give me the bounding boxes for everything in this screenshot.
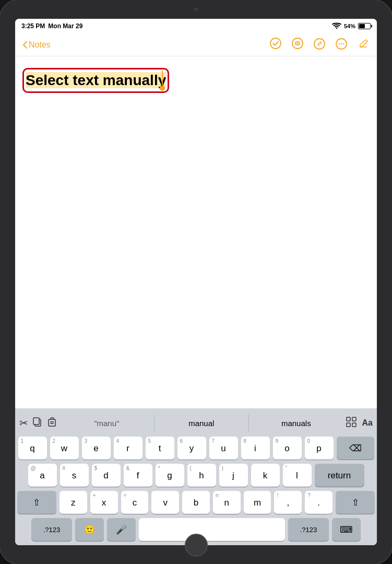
key-q[interactable]: 1 q bbox=[18, 437, 47, 460]
key-row-2: @ a # s $ d & f bbox=[17, 464, 375, 487]
svg-point-1 bbox=[292, 38, 303, 49]
autocomplete-bar: ✂ bbox=[17, 412, 375, 434]
status-left: 3:25 PM Mon Mar 29 bbox=[21, 22, 82, 30]
key-j[interactable]: ) j bbox=[219, 464, 248, 487]
status-time: 3:25 PM bbox=[21, 22, 45, 30]
svg-rect-10 bbox=[33, 418, 39, 425]
status-bar: 3:25 PM Mon Mar 29 54% bbox=[15, 19, 377, 33]
key-m[interactable]: m bbox=[244, 491, 271, 514]
svg-rect-12 bbox=[50, 421, 54, 422]
key-i[interactable]: 8 i bbox=[241, 437, 270, 460]
keyboard-rows: 1 q 2 w 3 e 4 r bbox=[17, 434, 375, 543]
note-text: Select text manually bbox=[26, 72, 166, 88]
autocomplete-left: ✂ bbox=[19, 417, 57, 430]
keyboard-area: ✂ bbox=[15, 408, 377, 545]
nav-icons bbox=[269, 37, 370, 53]
camera-icon[interactable] bbox=[291, 37, 304, 53]
cut-icon[interactable]: ✂ bbox=[19, 417, 28, 429]
copy-icon[interactable] bbox=[32, 417, 43, 430]
key-w[interactable]: 2 w bbox=[50, 437, 79, 460]
svg-rect-16 bbox=[347, 423, 350, 427]
key-period[interactable]: ? . bbox=[305, 491, 332, 514]
paste-icon[interactable] bbox=[47, 417, 57, 430]
svg-rect-11 bbox=[49, 419, 55, 426]
svg-point-7 bbox=[341, 43, 342, 44]
key-p[interactable]: 0 p bbox=[305, 437, 334, 460]
key-o[interactable]: 9 o bbox=[273, 437, 302, 460]
key-emoji[interactable]: 🙂 bbox=[75, 518, 104, 541]
back-button[interactable]: Notes bbox=[22, 40, 51, 50]
aa-button[interactable]: Aa bbox=[362, 418, 373, 428]
cursor-handle bbox=[160, 70, 165, 91]
key-backspace[interactable]: ⌫ bbox=[337, 437, 374, 460]
key-b[interactable]: b bbox=[182, 491, 210, 514]
ipad-frame: 3:25 PM Mon Mar 29 54% bbox=[0, 0, 392, 564]
home-button[interactable] bbox=[185, 534, 208, 557]
suggestion-manu[interactable]: "manu" bbox=[60, 415, 155, 432]
key-n[interactable]: n n bbox=[213, 491, 241, 514]
checkmark-icon[interactable] bbox=[269, 37, 282, 53]
svg-point-0 bbox=[270, 38, 281, 49]
key-e[interactable]: 3 e bbox=[82, 437, 111, 460]
key-l[interactable]: " l bbox=[283, 464, 312, 487]
key-y[interactable]: 6 y bbox=[177, 437, 206, 460]
key-numbers-left[interactable]: .?123 bbox=[31, 518, 72, 541]
ellipsis-icon[interactable] bbox=[335, 38, 348, 52]
battery-icon bbox=[358, 23, 371, 29]
svg-rect-15 bbox=[352, 417, 356, 421]
battery-fill bbox=[359, 24, 365, 28]
key-shift-left[interactable]: ⇧ bbox=[17, 491, 56, 514]
autocomplete-suggestions: "manu" manual manuals bbox=[60, 415, 343, 432]
svg-point-6 bbox=[339, 43, 340, 44]
autocomplete-right: Aa bbox=[346, 416, 373, 430]
suggestion-manuals[interactable]: manuals bbox=[249, 415, 343, 432]
key-row-1: 1 q 2 w 3 e 4 r bbox=[17, 437, 375, 460]
key-microphone[interactable]: 🎤 bbox=[107, 518, 136, 541]
svg-rect-14 bbox=[347, 417, 350, 421]
key-shift-right[interactable]: ⇧ bbox=[336, 491, 375, 514]
selected-text-container: Select text manually bbox=[26, 71, 166, 90]
wifi-icon bbox=[332, 22, 341, 30]
nav-bar: Notes bbox=[15, 33, 377, 56]
key-g[interactable]: * g bbox=[156, 464, 184, 487]
svg-rect-17 bbox=[352, 423, 356, 427]
key-d[interactable]: $ d bbox=[92, 464, 121, 487]
key-space[interactable] bbox=[139, 518, 285, 541]
svg-point-3 bbox=[297, 42, 299, 44]
status-right: 54% bbox=[332, 22, 371, 30]
camera-dot bbox=[194, 7, 198, 11]
key-x[interactable]: + x bbox=[90, 491, 118, 514]
key-h[interactable]: ( h bbox=[187, 464, 216, 487]
key-z[interactable]: z bbox=[60, 491, 87, 514]
grid-icon[interactable] bbox=[346, 416, 357, 430]
key-t[interactable]: 5 t bbox=[146, 437, 174, 460]
key-row-3: ⇧ z + x = c v bbox=[17, 491, 375, 514]
back-label: Notes bbox=[29, 40, 51, 50]
key-comma[interactable]: ! , bbox=[274, 491, 302, 514]
svg-point-4 bbox=[314, 39, 325, 49]
key-f[interactable]: & f bbox=[124, 464, 152, 487]
key-r[interactable]: 4 r bbox=[114, 437, 142, 460]
key-a[interactable]: @ a bbox=[28, 464, 57, 487]
suggestion-manual[interactable]: manual bbox=[155, 415, 250, 432]
pencil-circle-icon[interactable] bbox=[313, 38, 326, 52]
compose-icon[interactable] bbox=[357, 38, 370, 52]
status-date: Mon Mar 29 bbox=[48, 22, 82, 30]
key-u[interactable]: 7 u bbox=[209, 437, 238, 460]
key-v[interactable]: v bbox=[151, 491, 179, 514]
key-s[interactable]: # s bbox=[60, 464, 89, 487]
key-return[interactable]: return bbox=[315, 464, 364, 487]
note-content[interactable]: Select text manually bbox=[15, 56, 377, 408]
key-hide-keyboard[interactable]: ⌨ bbox=[332, 518, 361, 541]
svg-rect-13 bbox=[50, 423, 54, 424]
key-numbers-right[interactable]: .?123 bbox=[288, 518, 329, 541]
key-c[interactable]: = c bbox=[121, 491, 149, 514]
screen: 3:25 PM Mon Mar 29 54% bbox=[15, 19, 377, 545]
key-k[interactable]: k bbox=[251, 464, 280, 487]
chevron-left-icon bbox=[22, 41, 28, 49]
selected-text: Select text manually bbox=[26, 72, 166, 88]
battery-percent: 54% bbox=[344, 23, 355, 29]
svg-point-8 bbox=[343, 43, 344, 44]
